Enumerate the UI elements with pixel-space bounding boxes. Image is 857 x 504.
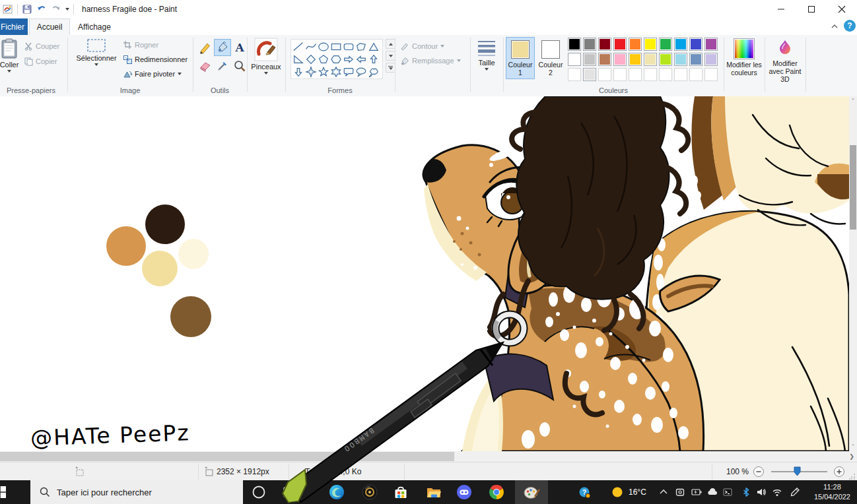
shape-arrow-up-icon[interactable] [367,53,380,65]
palette-swatch[interactable] [613,53,627,66]
tray-help-icon[interactable]: ? [579,487,591,499]
eyedropper-tool[interactable] [214,57,231,75]
taskbar-app-media[interactable] [355,480,384,504]
taskbar-clock[interactable]: 11:28 15/04/2022 [814,482,850,502]
palette-swatch[interactable] [568,38,581,51]
crop-button[interactable]: Rogner [123,40,158,49]
palette-swatch[interactable] [598,53,611,66]
palette-swatch[interactable] [568,53,581,66]
palette-swatch[interactable] [598,38,611,51]
help-icon[interactable]: ? [844,20,856,32]
shape-line-icon[interactable] [292,40,304,53]
taskbar-app-paint[interactable] [515,480,548,504]
cut-button[interactable]: Couper [24,42,59,51]
shape-hexagon-icon[interactable] [329,53,342,65]
paste-button[interactable]: Coller [0,38,24,73]
palette-swatch[interactable] [629,53,642,66]
bluetooth-icon[interactable] [741,487,751,497]
vertical-scrollbar[interactable]: ˆ ˇ [849,96,857,451]
wacom-device-icon[interactable] [675,487,685,497]
close-button[interactable] [827,0,857,18]
shape-ellipse-icon[interactable] [317,40,329,53]
battery-icon[interactable] [691,487,703,497]
text-tool[interactable]: A [231,39,248,56]
horizontal-scrollbar[interactable]: ❯ [0,451,857,462]
scroll-down-arrow[interactable]: ˇ [849,443,857,450]
fill-bucket-tool[interactable] [214,39,231,56]
tab-affichage[interactable]: Affichage [71,18,118,35]
shape-polygon-icon[interactable] [355,40,367,53]
shape-diamond-icon[interactable] [304,53,317,65]
palette-swatch[interactable] [583,38,596,51]
pen-icon[interactable] [790,487,800,497]
palette-swatch-empty[interactable] [613,68,627,81]
maximize-button[interactable] [796,0,827,18]
palette-swatch[interactable] [613,38,627,51]
chevron-up-icon[interactable] [658,487,669,497]
color1-button[interactable]: Couleur 1 [506,37,535,79]
edit-paint3d-button[interactable]: Modifier avec Paint 3D [766,38,804,83]
edit-colors-button[interactable]: Modifier les couleurs [725,38,763,77]
eraser-tool[interactable] [197,57,214,75]
shape-callout-oval-icon[interactable] [355,65,367,78]
wifi-icon[interactable] [772,487,782,497]
shape-callout-rounded-icon[interactable] [342,65,355,78]
resize-button[interactable]: Redimensionner [123,55,188,64]
zoom-slider-thumb[interactable] [794,466,801,476]
palette-swatch[interactable] [583,68,596,81]
palette-swatch[interactable] [644,38,657,51]
shapes-expand[interactable] [386,63,395,73]
save-button[interactable] [22,4,32,15]
palette-swatch-empty[interactable] [568,68,581,81]
palette-swatch[interactable] [674,38,687,51]
volume-icon[interactable] [756,487,767,497]
copy-button[interactable]: Copier [24,57,57,66]
canvas[interactable]: @HATe PeePz [0,96,849,451]
fill-button[interactable]: Remplissage [400,56,461,65]
scroll-right-arrow[interactable]: ❯ [848,453,856,460]
qat-customize-dropdown[interactable] [65,8,69,11]
shape-callout-cloud-icon[interactable] [367,65,380,78]
taskbar-app-discord[interactable] [450,480,479,504]
resize-grip[interactable] [849,473,856,480]
palette-swatch-empty[interactable] [659,68,672,81]
palette-swatch-empty[interactable] [598,68,611,81]
minimize-button[interactable] [766,0,796,18]
palette-swatch[interactable] [659,53,672,66]
zoom-in-button[interactable] [833,466,845,478]
palette-swatch-empty[interactable] [644,68,657,81]
taskbar-app-edge[interactable] [322,480,351,504]
palette-swatch[interactable] [583,53,596,66]
shape-star-4-icon[interactable] [304,65,317,78]
palette-swatch-empty[interactable] [629,68,642,81]
size-button[interactable]: Taille [473,39,500,71]
taskbar-app-store[interactable] [386,480,415,504]
palette-swatch[interactable] [689,53,703,66]
palette-swatch[interactable] [704,38,718,51]
palette-swatch-empty[interactable] [674,68,687,81]
start-button[interactable] [0,486,6,498]
shape-right-triangle-icon[interactable] [292,53,304,65]
shape-rounded-rectangle-icon[interactable] [342,40,355,53]
vertical-scrollbar-thumb[interactable] [850,145,856,230]
shape-arrow-right-icon[interactable] [342,53,355,65]
shape-pentagon-icon[interactable] [317,53,329,65]
palette-swatch[interactable] [674,53,687,66]
outline-button[interactable]: Contour [400,42,444,51]
temperature-label[interactable]: 16°C [629,488,646,497]
select-button[interactable]: Sélectionner [74,38,119,66]
shape-arrow-down-icon[interactable] [292,65,304,78]
palette-swatch-empty[interactable] [704,68,718,81]
palette-swatch[interactable] [629,38,642,51]
weather-icon[interactable] [612,487,623,497]
terminal-icon[interactable] [722,487,733,497]
color2-button[interactable]: Couleur 2 [536,37,565,79]
task-view-button[interactable] [283,486,294,498]
horizontal-scrollbar-thumb[interactable] [0,452,454,461]
palette-swatch[interactable] [659,38,672,51]
redo-button[interactable] [51,4,61,15]
scroll-up-arrow[interactable]: ˆ [849,98,857,104]
shape-curve-icon[interactable] [304,40,317,53]
palette-swatch[interactable] [704,53,718,66]
brushes-button[interactable]: Pinceaux [251,38,281,75]
